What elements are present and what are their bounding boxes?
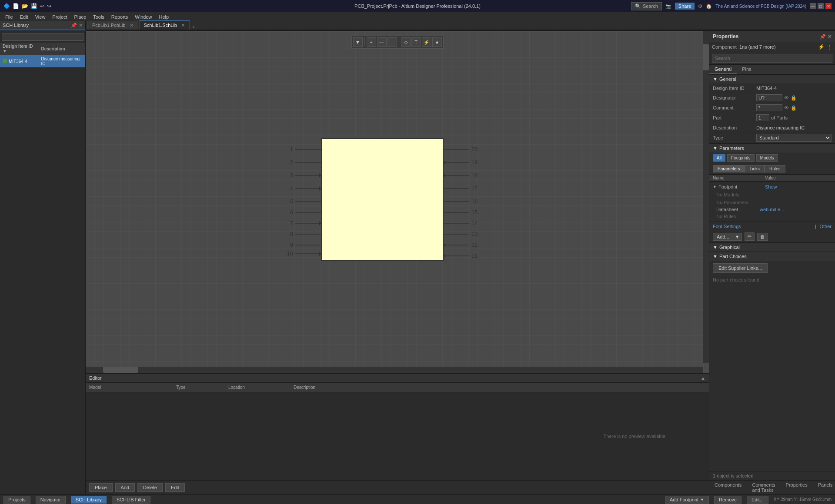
tab-pcblib[interactable]: PcbLib1.PcbLib ✕ bbox=[87, 21, 138, 30]
parameters-section-header[interactable]: ▼ Parameters bbox=[709, 144, 835, 153]
add-button[interactable]: Add bbox=[115, 483, 135, 492]
dt-power-btn[interactable]: ⚡ bbox=[422, 37, 431, 47]
home-icon[interactable]: 🏠 bbox=[706, 3, 712, 9]
part-choices-header[interactable]: ▼ Part Choices bbox=[709, 252, 835, 261]
canvas-area[interactable]: ▼ + — | ◇ T ⚡ ★ bbox=[86, 31, 709, 373]
footprint-dropdown-icon[interactable]: ▼ bbox=[713, 185, 717, 189]
comment-lock-icon[interactable]: 🔒 bbox=[791, 105, 797, 111]
filter-icon[interactable]: ⚡ bbox=[818, 44, 825, 50]
designator-lock-icon[interactable]: 🔒 bbox=[791, 95, 797, 101]
footprint-name[interactable]: ▼ Footprint bbox=[713, 184, 765, 189]
navigator-tab[interactable]: Navigator bbox=[36, 496, 66, 504]
edit-button[interactable]: Edit bbox=[165, 483, 185, 492]
redo-icon[interactable]: ↪ bbox=[47, 3, 51, 9]
menu-project[interactable]: Project bbox=[49, 13, 70, 20]
dt-add-btn[interactable]: + bbox=[367, 37, 376, 47]
part-input[interactable] bbox=[756, 114, 769, 121]
rbt-comments-tasks[interactable]: Comments and Tasks bbox=[747, 481, 780, 494]
dt-poly-btn[interactable]: ◇ bbox=[401, 37, 411, 47]
delete-param-btn[interactable]: 🗑 bbox=[757, 233, 768, 241]
comment-input[interactable] bbox=[756, 104, 782, 111]
editor-expand-icon[interactable]: ▲ bbox=[701, 375, 705, 381]
edit-param-btn[interactable]: ✏ bbox=[745, 232, 755, 241]
font-settings-link[interactable]: Font Settings bbox=[713, 224, 812, 229]
add-dropdown-arrow[interactable]: ▼ bbox=[733, 233, 741, 240]
add-dropdown-btn[interactable]: Add... bbox=[713, 233, 733, 240]
dt-select-btn[interactable]: ▼ bbox=[353, 37, 363, 47]
properties-close-icon[interactable]: ✕ bbox=[828, 34, 832, 40]
properties-pin-icon[interactable]: 📌 bbox=[820, 34, 826, 40]
edit-btn[interactable]: Edit... bbox=[747, 496, 768, 504]
place-button[interactable]: Place bbox=[89, 483, 113, 492]
properties-search-input[interactable] bbox=[712, 54, 832, 63]
open-icon[interactable]: 📂 bbox=[22, 3, 28, 9]
new-icon[interactable]: 📄 bbox=[13, 3, 19, 9]
rbt-panels[interactable]: Panels bbox=[813, 481, 835, 494]
col-design-item-id[interactable]: Design Item ID ▼ bbox=[0, 43, 39, 55]
menu-edit[interactable]: Edit bbox=[17, 13, 32, 20]
left-panel-pin-icon[interactable]: 📌 bbox=[71, 23, 77, 28]
pf-all-btn[interactable]: All bbox=[713, 154, 725, 162]
other-link[interactable]: Other bbox=[819, 224, 832, 229]
menu-help[interactable]: Help bbox=[155, 13, 172, 20]
tab-schlib[interactable]: SchLib1.SchLib ✕ bbox=[139, 20, 190, 30]
sch-library-tab[interactable]: SCH Library bbox=[71, 496, 107, 504]
undo-icon[interactable]: ↩ bbox=[40, 3, 44, 9]
rbt-properties[interactable]: Properties bbox=[781, 481, 813, 494]
maximize-button[interactable]: □ bbox=[818, 3, 824, 9]
dt-text-btn[interactable]: T bbox=[411, 37, 421, 47]
titlebar-search-label[interactable]: Search bbox=[643, 3, 658, 9]
left-panel-close-icon[interactable]: ✕ bbox=[79, 23, 83, 28]
datasheet-value[interactable]: web.mit.e... bbox=[760, 207, 784, 212]
ps-rules-tab[interactable]: Rules bbox=[765, 165, 785, 172]
schlib-filter-tab[interactable]: SCHLIB Filter bbox=[112, 496, 150, 504]
more-icon[interactable]: ⋮ bbox=[827, 44, 832, 50]
projects-tab[interactable]: Projects bbox=[3, 496, 30, 504]
col-description[interactable]: Description bbox=[39, 43, 85, 55]
menu-view[interactable]: View bbox=[32, 13, 49, 20]
rbt-components[interactable]: Components bbox=[709, 481, 747, 494]
table-row[interactable]: MIT364-4 Distance measuring IC bbox=[0, 55, 85, 68]
tab-add-icon[interactable]: + bbox=[192, 24, 195, 30]
delete-button[interactable]: Delete bbox=[137, 483, 163, 492]
share-button[interactable]: Share bbox=[675, 3, 695, 10]
tab-general[interactable]: General bbox=[709, 65, 737, 74]
edit-supplier-links-btn[interactable]: Edit Supplier Links... bbox=[713, 263, 768, 273]
menu-window[interactable]: Window bbox=[131, 13, 155, 20]
type-select[interactable]: Standard bbox=[756, 134, 832, 142]
close-button[interactable]: ✕ bbox=[825, 3, 832, 9]
pf-models-btn[interactable]: Models bbox=[756, 154, 778, 162]
designator-eye-icon[interactable]: 👁 bbox=[784, 95, 789, 100]
footprint-show-link[interactable]: Show bbox=[765, 184, 777, 189]
ps-parameters-tab[interactable]: Parameters bbox=[713, 165, 745, 172]
graphical-section-header[interactable]: ▼ Graphical bbox=[709, 243, 835, 252]
settings-icon[interactable]: ⚙ bbox=[698, 3, 702, 9]
add-footprint-btn[interactable]: Add Footprint ▼ bbox=[665, 496, 709, 504]
pf-footprints-btn[interactable]: Footprints bbox=[727, 154, 754, 162]
comment-eye-icon[interactable]: 👁 bbox=[784, 105, 789, 110]
dt-star-btn[interactable]: ★ bbox=[432, 37, 442, 47]
horizontal-scrollbar[interactable] bbox=[86, 367, 703, 373]
designator-input[interactable] bbox=[756, 94, 782, 101]
menu-reports[interactable]: Reports bbox=[108, 13, 132, 20]
minimize-button[interactable]: — bbox=[810, 3, 816, 9]
screenshot-icon[interactable]: 📷 bbox=[665, 3, 671, 9]
design-item-id-value[interactable]: MIT364-4 bbox=[756, 86, 832, 91]
art-link[interactable]: The Art and Science of PCB Design (IAP 2… bbox=[715, 4, 806, 9]
dt-line-btn[interactable]: — bbox=[377, 37, 387, 47]
vertical-scrollbar[interactable] bbox=[703, 31, 709, 363]
add-footprint-arrow[interactable]: ▼ bbox=[700, 497, 704, 502]
tab-pins[interactable]: Pins bbox=[737, 65, 756, 74]
menu-tools[interactable]: Tools bbox=[90, 13, 108, 20]
component-filter-input[interactable] bbox=[2, 33, 84, 41]
menu-place[interactable]: Place bbox=[71, 13, 90, 20]
general-section-header[interactable]: ▼ General bbox=[709, 75, 835, 83]
menu-file[interactable]: File bbox=[2, 13, 17, 20]
dt-vert-btn[interactable]: | bbox=[387, 37, 397, 47]
ps-links-tab[interactable]: Links bbox=[745, 165, 765, 172]
tab-schlib-close[interactable]: ✕ bbox=[181, 23, 185, 28]
remove-btn[interactable]: Remove bbox=[714, 496, 741, 504]
tab-pcblib-close[interactable]: ✕ bbox=[130, 23, 134, 28]
save-icon[interactable]: 💾 bbox=[31, 3, 37, 9]
description-value[interactable]: Distance measuring IC bbox=[756, 125, 832, 130]
